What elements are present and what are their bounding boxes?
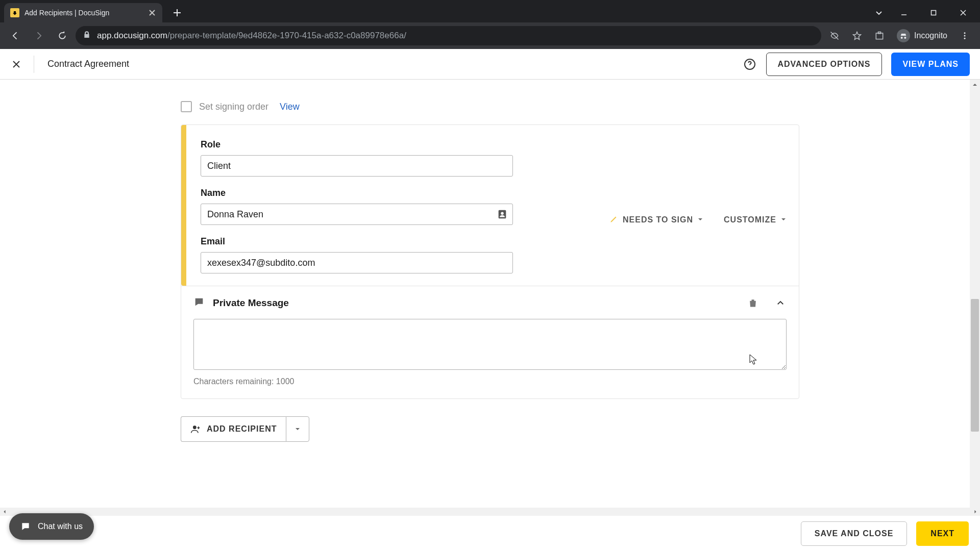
svg-point-8 — [501, 212, 504, 215]
new-tab-button[interactable] — [169, 5, 185, 20]
eye-off-icon[interactable] — [824, 26, 845, 46]
add-recipient-label: ADD RECIPIENT — [207, 424, 277, 434]
private-message-textarea[interactable] — [193, 319, 787, 370]
address-bar: app.docusign.com/prepare-template/9ed486… — [0, 22, 980, 49]
nav-back-icon[interactable] — [5, 26, 26, 46]
contacts-icon[interactable] — [497, 209, 508, 220]
url-text: app.docusign.com/prepare-template/9ed486… — [97, 31, 406, 41]
extensions-icon[interactable] — [869, 26, 890, 46]
document-title: Contract Agreement — [47, 59, 129, 69]
hscroll-left-icon[interactable] — [0, 508, 9, 516]
app-header: Contract Agreement ADVANCED OPTIONS VIEW… — [0, 49, 980, 80]
message-icon — [193, 296, 205, 310]
browser-menu-icon[interactable] — [954, 26, 975, 46]
role-label: Role — [201, 139, 513, 150]
name-label: Name — [201, 188, 513, 198]
vertical-scrollbar[interactable] — [970, 80, 980, 515]
svg-rect-2 — [878, 32, 881, 34]
private-message-title: Private Message — [213, 297, 289, 309]
view-plans-button[interactable]: VIEW PLANS — [891, 53, 970, 76]
close-editor-icon[interactable] — [10, 58, 22, 70]
tab-search-icon[interactable] — [869, 9, 889, 16]
add-recipient-row: ADD RECIPIENT — [181, 416, 799, 442]
favicon-icon — [10, 8, 19, 17]
name-input[interactable] — [201, 204, 513, 225]
nav-forward-icon — [29, 26, 49, 46]
customize-dropdown[interactable]: CUSTOMIZE — [724, 161, 787, 279]
svg-point-9 — [193, 425, 197, 429]
browser-tab[interactable]: Add Recipients | DocuSign — [4, 3, 162, 22]
scroll-up-icon[interactable] — [970, 80, 980, 90]
add-recipient-button[interactable]: ADD RECIPIENT — [181, 416, 286, 442]
customize-label: CUSTOMIZE — [724, 215, 776, 224]
svg-point-3 — [964, 32, 966, 34]
divider — [34, 56, 34, 73]
incognito-icon — [897, 29, 910, 42]
email-label: Email — [201, 236, 513, 247]
needs-to-sign-label: NEEDS TO SIGN — [623, 215, 693, 224]
browser-chrome: Add Recipients | DocuSign app.docusign.c… — [0, 0, 980, 49]
window-maximize-icon[interactable] — [919, 3, 948, 22]
private-message-section: Private Message Characters remaining: 10… — [181, 286, 799, 398]
svg-point-4 — [964, 35, 966, 37]
tab-close-icon[interactable] — [148, 9, 156, 17]
delete-private-message-icon[interactable] — [747, 297, 759, 309]
caret-down-icon — [780, 215, 787, 224]
set-signing-order-label: Set signing order — [199, 102, 268, 112]
window-minimize-icon[interactable] — [889, 3, 919, 22]
star-icon[interactable] — [847, 26, 867, 46]
nav-reload-icon[interactable] — [52, 26, 72, 46]
signing-order-row: Set signing order View — [181, 101, 799, 112]
chat-widget[interactable]: Chat with us — [9, 513, 94, 540]
url-field[interactable]: app.docusign.com/prepare-template/9ed486… — [76, 26, 821, 45]
chat-icon — [20, 521, 31, 532]
recipient-card: Role Name — [181, 124, 799, 399]
view-signing-order-link[interactable]: View — [280, 102, 300, 112]
save-and-close-button[interactable]: SAVE AND CLOSE — [801, 521, 907, 546]
add-recipient-options-dropdown[interactable] — [286, 416, 309, 442]
set-signing-order-checkbox[interactable] — [181, 101, 192, 112]
content-area: Set signing order View Role Name — [0, 80, 980, 515]
horizontal-scrollbar[interactable] — [0, 508, 980, 516]
email-input[interactable] — [201, 252, 513, 273]
needs-to-sign-dropdown[interactable]: NEEDS TO SIGN — [609, 161, 703, 279]
caret-down-icon — [697, 215, 703, 224]
collapse-icon[interactable] — [774, 297, 787, 309]
pen-icon — [609, 214, 619, 226]
incognito-label: Incognito — [914, 31, 947, 40]
scroll-thumb[interactable] — [971, 299, 979, 432]
characters-remaining: Characters remaining: 1000 — [193, 377, 787, 386]
advanced-options-button[interactable]: ADVANCED OPTIONS — [766, 53, 883, 76]
svg-point-5 — [964, 38, 966, 39]
role-input[interactable] — [201, 155, 513, 177]
help-icon[interactable] — [743, 57, 757, 71]
next-button[interactable]: NEXT — [916, 521, 969, 546]
hscroll-right-icon[interactable] — [971, 508, 980, 516]
footer-bar: SAVE AND CLOSE NEXT — [0, 515, 980, 551]
tab-title: Add Recipients | DocuSign — [24, 9, 143, 17]
chat-label: Chat with us — [38, 522, 83, 531]
recipient-color-bar — [181, 125, 186, 286]
svg-rect-1 — [876, 33, 883, 39]
svg-rect-0 — [932, 11, 936, 15]
window-close-icon[interactable] — [948, 3, 978, 22]
tab-strip: Add Recipients | DocuSign — [0, 0, 980, 22]
lock-icon — [83, 31, 91, 41]
profile-incognito[interactable]: Incognito — [892, 29, 952, 42]
